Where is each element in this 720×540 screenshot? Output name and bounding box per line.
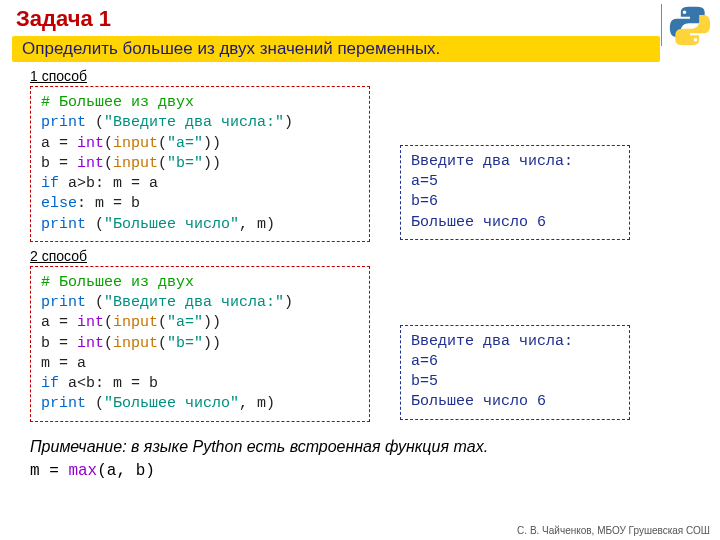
code-text: )) bbox=[203, 314, 221, 331]
method2-row: # Большее из двух print ("Введите два чи… bbox=[0, 266, 720, 422]
code-str: "b=" bbox=[167, 335, 203, 352]
code-text: , m) bbox=[239, 216, 275, 233]
max-expression: m = max(a, b) bbox=[30, 462, 720, 480]
code-fn: input bbox=[113, 155, 158, 172]
code-text: ( bbox=[158, 135, 167, 152]
method2-label: 2 способ bbox=[30, 248, 720, 264]
code-str: "b=" bbox=[167, 155, 203, 172]
code-kw: print bbox=[41, 294, 86, 311]
code-kw: print bbox=[41, 216, 86, 233]
code-comment: # Большее из двух bbox=[41, 274, 194, 291]
code-builtin: int bbox=[77, 135, 104, 152]
code-text: ( bbox=[104, 335, 113, 352]
vertical-divider bbox=[661, 4, 662, 46]
code-builtin: int bbox=[77, 335, 104, 352]
code-text: (a, b) bbox=[97, 462, 155, 480]
note-text: Примечание: в языке Python есть встроенн… bbox=[30, 438, 720, 456]
code-builtin: int bbox=[77, 314, 104, 331]
code-text: b = bbox=[41, 335, 77, 352]
code-kw: print bbox=[41, 114, 86, 131]
code-str: "a=" bbox=[167, 314, 203, 331]
output-block-1: Введите два числа: a=5 b=6 Большее число… bbox=[400, 145, 630, 240]
code-builtin: int bbox=[77, 155, 104, 172]
code-text: m = bbox=[30, 462, 68, 480]
task-title: Задача 1 bbox=[0, 0, 720, 34]
code-text: )) bbox=[203, 155, 221, 172]
out-line: a=5 bbox=[411, 172, 619, 192]
code-text: ( bbox=[104, 155, 113, 172]
code-text: ( bbox=[86, 395, 104, 412]
code-text: ( bbox=[104, 314, 113, 331]
code-block-1: # Большее из двух print ("Введите два чи… bbox=[30, 86, 370, 242]
out-line: Большее число 6 bbox=[411, 392, 619, 412]
python-logo-icon bbox=[668, 4, 712, 48]
code-fn: input bbox=[113, 335, 158, 352]
method1-label: 1 способ bbox=[30, 68, 720, 84]
code-text: , m) bbox=[239, 395, 275, 412]
code-kw: print bbox=[41, 395, 86, 412]
out-line: b=6 bbox=[411, 192, 619, 212]
code-text: ) bbox=[284, 294, 293, 311]
code-kw: else bbox=[41, 195, 77, 212]
code-text: ) bbox=[284, 114, 293, 131]
out-line: b=5 bbox=[411, 372, 619, 392]
code-text: ( bbox=[158, 335, 167, 352]
credit-line: С. В. Чайченков, МБОУ Грушевская СОШ bbox=[517, 525, 710, 536]
code-text: ( bbox=[158, 155, 167, 172]
code-text: m = a bbox=[41, 355, 86, 372]
code-str: "Введите два числа:" bbox=[104, 114, 284, 131]
code-text: a<b: m = b bbox=[59, 375, 158, 392]
code-text: a = bbox=[41, 314, 77, 331]
code-str: "Введите два числа:" bbox=[104, 294, 284, 311]
code-block-2: # Большее из двух print ("Введите два чи… bbox=[30, 266, 370, 422]
code-text: ( bbox=[86, 216, 104, 233]
code-comment: # Большее из двух bbox=[41, 94, 194, 111]
code-fn: input bbox=[113, 314, 158, 331]
code-str: "Большее число" bbox=[104, 216, 239, 233]
code-str: "a=" bbox=[167, 135, 203, 152]
code-fn: input bbox=[113, 135, 158, 152]
code-kw: if bbox=[41, 375, 59, 392]
code-text: ( bbox=[86, 294, 104, 311]
code-text: ( bbox=[104, 135, 113, 152]
code-text: )) bbox=[203, 135, 221, 152]
out-line: a=6 bbox=[411, 352, 619, 372]
code-text: : m = b bbox=[77, 195, 140, 212]
method1-row: # Большее из двух print ("Введите два чи… bbox=[0, 86, 720, 242]
code-text: a>b: m = a bbox=[59, 175, 158, 192]
code-kw: if bbox=[41, 175, 59, 192]
code-text: a = bbox=[41, 135, 77, 152]
code-text: b = bbox=[41, 155, 77, 172]
code-text: ( bbox=[158, 314, 167, 331]
code-text: ( bbox=[86, 114, 104, 131]
code-text: )) bbox=[203, 335, 221, 352]
code-builtin: max bbox=[68, 462, 97, 480]
code-str: "Большее число" bbox=[104, 395, 239, 412]
out-line: Введите два числа: bbox=[411, 152, 619, 172]
output-block-2: Введите два числа: a=6 b=5 Большее число… bbox=[400, 325, 630, 420]
task-subtitle: Определить большее из двух значений пере… bbox=[12, 36, 660, 62]
out-line: Большее число 6 bbox=[411, 213, 619, 233]
out-line: Введите два числа: bbox=[411, 332, 619, 352]
